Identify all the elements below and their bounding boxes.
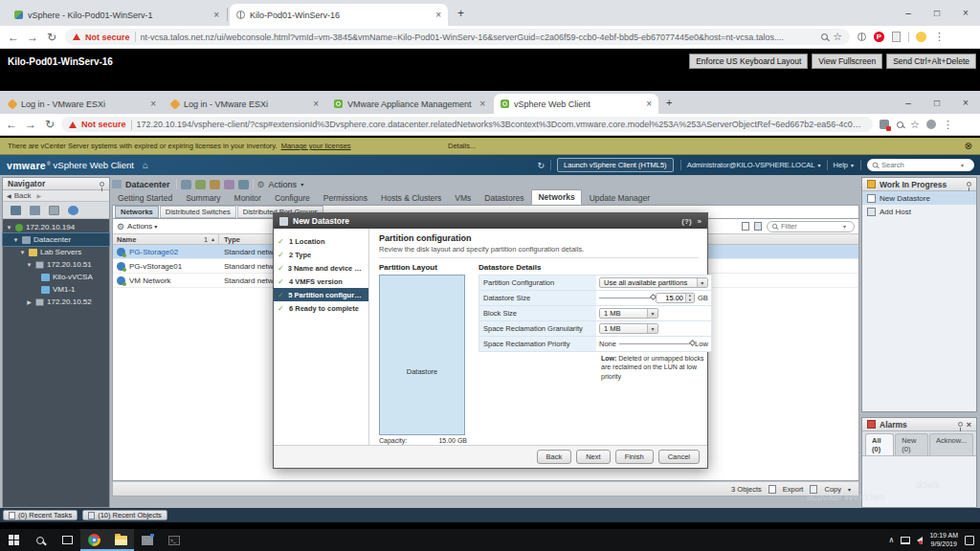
network-tray-icon[interactable] [901,537,910,544]
outer-tab-vsphere[interactable]: vSphere - Kilo-Pod01-WinServ-1 × [8,4,226,26]
hosts-clusters-tab-icon[interactable] [11,206,21,215]
zoom-icon[interactable] [897,121,903,128]
block-size-dropdown[interactable]: 1 MB ▾ [599,308,658,319]
dismiss-icon[interactable]: ⊗ [965,141,972,151]
tab-monitor[interactable]: Monitor [229,191,267,205]
inner-tab-webclient[interactable]: vSphere Web Client × [494,94,658,114]
filter-funnel-icon[interactable] [742,222,749,231]
forward-triangle-icon[interactable]: ▶ [36,192,41,199]
tab-permissions[interactable]: Permissions [318,191,373,205]
network-name[interactable]: PG-vStorage01 [129,262,182,271]
expander-icon[interactable]: ▼ [6,225,12,231]
expander-icon[interactable]: ▼ [26,262,33,268]
recent-tasks-button[interactable]: (0) Recent Tasks [3,510,78,520]
inner-tab-esxi-2[interactable]: Log in - VMware ESXi × [165,94,325,114]
maximize-button[interactable]: □ [923,0,951,26]
step-name-device[interactable]: ✓ 3 Name and device selection [274,261,368,275]
chevron-down-icon[interactable]: ▾ [697,278,707,287]
outer-tab-console[interactable]: Kilo-Pod01-WinServ-16 × [230,4,448,26]
spin-down-icon[interactable]: ▾ [686,298,694,303]
new-tab-button[interactable]: + [666,97,672,108]
tab-update-manager[interactable]: Update Manager [584,191,656,205]
datastore-size-slider[interactable] [599,298,653,298]
start-button[interactable] [0,529,27,551]
back-triangle-icon[interactable]: ◀ [7,192,11,199]
new-cluster-action-icon[interactable] [210,180,220,189]
taskbar-cmd-button[interactable]: >_ [161,529,188,551]
taskbar-chrome-button[interactable] [80,529,107,551]
refresh-icon[interactable]: ↻ [42,31,61,44]
refresh-icon[interactable]: ↻ [538,161,546,170]
launch-html5-client-button[interactable]: Launch vSphere Client (HTML5) [557,158,674,172]
close-tab-icon[interactable]: × [313,99,319,109]
close-button[interactable]: × [951,91,980,114]
subtab-distributed-switches[interactable]: Distributed Switches [160,206,236,218]
extension-globe-icon[interactable] [858,33,866,41]
tree-item-folder[interactable]: ▼ Lab Servers [3,246,109,258]
taskbar-clock[interactable]: 10:19 AM 9/9/2019 [929,532,958,549]
home-icon[interactable]: ⌂ [143,160,148,170]
extension-badge-icon[interactable] [880,120,889,129]
expander-icon[interactable]: ▶ [26,298,33,305]
inner-tab-vami[interactable]: VMware Appliance Management × [327,94,492,114]
alarms-tab-new[interactable]: New (0) [895,433,928,455]
taskbar-explorer-button[interactable] [107,529,134,551]
help-icon[interactable]: (?) [681,217,691,226]
chevron-down-icon[interactable]: ▾ [647,309,657,318]
step-partition-configuration[interactable]: ✓ 5 Partition configuration [274,288,368,301]
tree-item-host-52[interactable]: ▶ 172.20.10.52 [3,296,109,308]
enforce-keyboard-button[interactable]: Enforce US Keyboard Layout [689,54,808,69]
restore-button[interactable]: □ [923,91,951,114]
manage-licenses-link[interactable]: Manage your licenses [281,142,351,150]
action-center-icon[interactable] [965,536,974,545]
tree-item-datacenter[interactable]: ▼ Datacenter [3,233,109,246]
vms-templates-tab-icon[interactable] [30,206,40,215]
step-ready-complete[interactable]: ✓ 6 Ready to complete [274,301,368,315]
search-input[interactable] [881,161,958,169]
url-text[interactable]: nt-vcsa.talos.net.nz/ui/webconsole.html?… [141,33,817,42]
send-cad-button[interactable]: Send Ctrl+Alt+Delete [886,54,976,69]
table-actions-menu[interactable]: Actions [127,222,152,231]
storage-tab-icon[interactable] [49,206,59,215]
chevron-down-icon[interactable]: ▾ [961,162,964,168]
tab-configure[interactable]: Configure [269,191,316,205]
url-text[interactable]: 172.20.10.194/vsphere-client/?csp#extens… [137,120,865,129]
close-tab-icon[interactable]: × [213,10,219,20]
close-tab-icon[interactable]: × [150,99,156,109]
inner-tab-esxi-1[interactable]: Log in - VMware ESXi × [2,94,163,114]
close-tab-icon[interactable]: × [646,99,652,109]
cancel-button[interactable]: Cancel [658,450,700,464]
add-host-action-icon[interactable] [181,180,191,189]
wip-item-new-datastore[interactable]: New Datastore [862,191,976,205]
forward-icon[interactable]: → [21,118,40,131]
bookmark-star-icon[interactable]: ☆ [910,119,920,131]
back-icon[interactable]: ← [4,31,23,44]
pin-icon[interactable] [958,422,963,427]
tab-datastores[interactable]: Datastores [479,191,529,205]
not-secure-label[interactable]: Not secure [81,120,126,129]
table-filter[interactable]: ▾ [767,221,855,232]
smiley-extension-icon[interactable] [916,32,926,42]
step-location[interactable]: ✓ 1 Location [274,234,368,248]
size-input[interactable] [657,294,685,302]
priority-slider[interactable] [619,343,692,344]
back-icon[interactable]: ← [2,118,21,131]
notes-extension-icon[interactable] [892,32,901,42]
inner-address-bar[interactable]: Not secure 172.20.10.194/vsphere-client/… [61,117,873,132]
profile-avatar[interactable] [926,120,936,129]
network-name[interactable]: VM Network [129,276,171,285]
expander-icon[interactable]: ▼ [12,237,19,243]
next-button[interactable]: Next [576,450,610,464]
taskbar-server-manager-button[interactable] [134,529,161,551]
user-menu[interactable]: Administrator@KILO-VSPHERE.LOCAL ▾ [687,161,821,169]
details-link[interactable]: Details... [448,142,476,150]
bookmark-star-icon[interactable]: ☆ [833,31,842,43]
datastore-partition-box[interactable]: Datastore [379,275,465,435]
pin-icon[interactable] [100,182,104,187]
subtab-networks[interactable]: Networks [115,206,159,218]
recent-objects-button[interactable]: (10) Recent Objects [82,510,167,520]
tab-vms[interactable]: VMs [449,191,477,205]
snapshot-action-icon[interactable] [238,180,249,189]
dialog-title-bar[interactable]: New Datastore (?) » [274,213,707,229]
tab-hosts-clusters[interactable]: Hosts & Clusters [375,191,447,205]
